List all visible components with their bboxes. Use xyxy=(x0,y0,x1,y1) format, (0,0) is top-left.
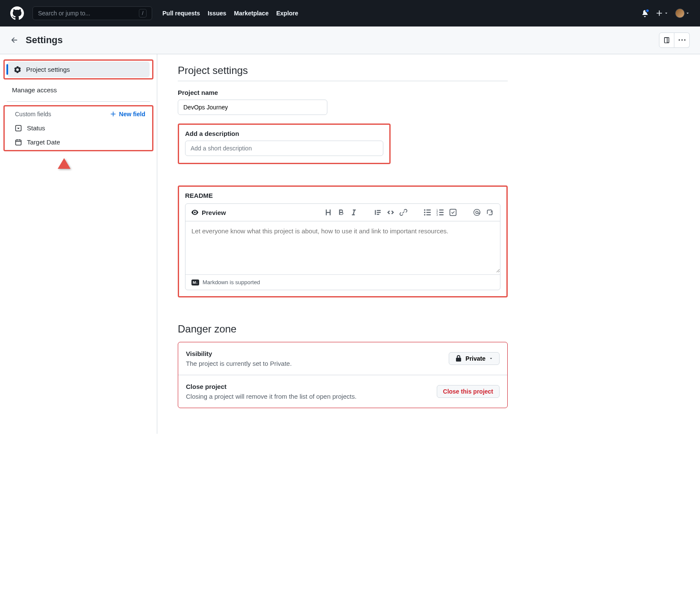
markdown-supported-text: Markdown is supported xyxy=(203,279,260,285)
readme-textarea[interactable] xyxy=(185,221,500,273)
create-new-dropdown[interactable] xyxy=(656,9,668,17)
task-list-icon[interactable] xyxy=(449,208,457,217)
avatar xyxy=(675,9,685,18)
description-label: Add a description xyxy=(185,130,383,137)
svg-point-16 xyxy=(476,211,478,214)
visibility-title: Visibility xyxy=(186,350,292,357)
svg-rect-5 xyxy=(426,209,431,210)
svg-rect-6 xyxy=(426,212,431,213)
close-project-title: Close project xyxy=(186,383,356,390)
custom-field-status[interactable]: Status xyxy=(5,121,152,135)
main-heading: Project settings xyxy=(178,65,508,81)
nav-issues[interactable]: Issues xyxy=(208,10,226,17)
sidebar-item-project-settings[interactable]: Project settings xyxy=(7,62,150,77)
subheader-actions xyxy=(659,32,690,48)
danger-close-row: Close project Closing a project will rem… xyxy=(178,375,507,408)
new-field-button[interactable]: New field xyxy=(110,111,145,118)
slash-shortcut-badge: / xyxy=(139,9,147,18)
preview-toggle[interactable]: Preview xyxy=(191,209,226,216)
unordered-list-icon[interactable] xyxy=(423,208,432,217)
readme-footer: M↓ Markdown is supported xyxy=(185,274,500,290)
svg-rect-11 xyxy=(439,209,444,210)
readme-toolbar: Preview 123 xyxy=(185,204,500,221)
custom-fields-header: Custom fields New field xyxy=(5,107,152,121)
page-subheader: Settings xyxy=(0,26,700,54)
gear-icon xyxy=(14,66,21,73)
annotation-highlight-readme: README Preview 12 xyxy=(178,185,508,297)
project-name-input[interactable] xyxy=(178,100,327,115)
svg-point-3 xyxy=(424,212,425,213)
lock-icon xyxy=(455,355,462,362)
svg-point-2 xyxy=(424,209,425,211)
annotation-highlight-description: Add a description xyxy=(178,124,391,164)
description-input[interactable] xyxy=(185,141,383,156)
annotation-highlight-custom-fields: Custom fields New field Status Target Da… xyxy=(3,105,153,151)
panel-toggle-button[interactable] xyxy=(659,32,674,48)
custom-fields-label: Custom fields xyxy=(15,111,51,118)
body: Project settings Manage access Custom fi… xyxy=(0,54,700,434)
single-select-icon xyxy=(15,125,22,132)
svg-point-4 xyxy=(424,214,425,215)
custom-field-label: Target Date xyxy=(27,138,60,146)
kebab-menu-button[interactable] xyxy=(674,32,690,48)
page-title: Settings xyxy=(26,35,63,46)
custom-field-target-date[interactable]: Target Date xyxy=(5,135,152,149)
danger-zone-heading: Danger zone xyxy=(178,323,508,335)
readme-editor: Preview 123 xyxy=(185,203,500,290)
annotation-arrow xyxy=(0,154,157,209)
svg-rect-7 xyxy=(426,215,431,215)
sidebar: Project settings Manage access Custom fi… xyxy=(0,54,157,434)
svg-point-15 xyxy=(474,209,480,216)
plus-icon xyxy=(110,111,117,118)
danger-visibility-row: Visibility The project is currently set … xyxy=(178,342,507,375)
cross-reference-icon[interactable] xyxy=(485,208,494,217)
nav-marketplace[interactable]: Marketplace xyxy=(234,10,269,17)
svg-text:3: 3 xyxy=(436,213,438,216)
mention-icon[interactable] xyxy=(473,208,481,217)
top-navbar: / Pull requests Issues Marketplace Explo… xyxy=(0,0,700,26)
user-menu[interactable] xyxy=(675,9,690,18)
annotation-highlight-top: Project settings xyxy=(3,59,153,79)
link-icon[interactable] xyxy=(399,208,408,217)
svg-rect-1 xyxy=(16,140,21,145)
sidebar-item-manage-access[interactable]: Manage access xyxy=(0,82,157,98)
notifications-button[interactable] xyxy=(641,9,649,17)
nav-explore[interactable]: Explore xyxy=(276,10,298,17)
code-icon[interactable] xyxy=(386,208,395,217)
svg-rect-12 xyxy=(439,212,444,213)
markdown-badge-icon: M↓ xyxy=(191,279,199,285)
calendar-icon xyxy=(15,139,22,146)
ordered-list-icon[interactable]: 123 xyxy=(436,208,444,217)
visibility-text: The project is currently set to Private. xyxy=(186,360,292,367)
visibility-dropdown[interactable]: Private xyxy=(449,352,500,365)
back-arrow-icon[interactable] xyxy=(10,36,19,44)
caret-down-icon xyxy=(489,356,493,361)
notification-dot-icon xyxy=(645,9,650,13)
danger-zone-box: Visibility The project is currently set … xyxy=(178,342,508,408)
custom-field-label: Status xyxy=(27,124,45,132)
divider xyxy=(7,101,150,102)
search-input[interactable] xyxy=(38,10,139,17)
close-project-button[interactable]: Close this project xyxy=(437,385,500,398)
sidebar-item-label: Project settings xyxy=(26,66,70,73)
svg-rect-13 xyxy=(439,215,444,215)
nav-links: Pull requests Issues Marketplace Explore xyxy=(162,10,298,17)
main-content: Project settings Project name Add a desc… xyxy=(157,54,508,434)
close-project-text: Closing a project will remove it from th… xyxy=(186,393,356,400)
topnav-right xyxy=(641,9,690,18)
project-name-label: Project name xyxy=(178,89,508,96)
quote-icon[interactable] xyxy=(374,208,382,217)
search-box[interactable]: / xyxy=(32,6,152,20)
italic-icon[interactable] xyxy=(350,208,358,217)
sidebar-item-label: Manage access xyxy=(12,86,57,94)
eye-icon xyxy=(191,209,198,216)
readme-label: README xyxy=(185,192,500,199)
nav-pull-requests[interactable]: Pull requests xyxy=(162,10,200,17)
bold-icon[interactable] xyxy=(337,208,345,217)
github-logo-icon[interactable] xyxy=(10,6,24,20)
heading-icon[interactable] xyxy=(324,208,332,217)
